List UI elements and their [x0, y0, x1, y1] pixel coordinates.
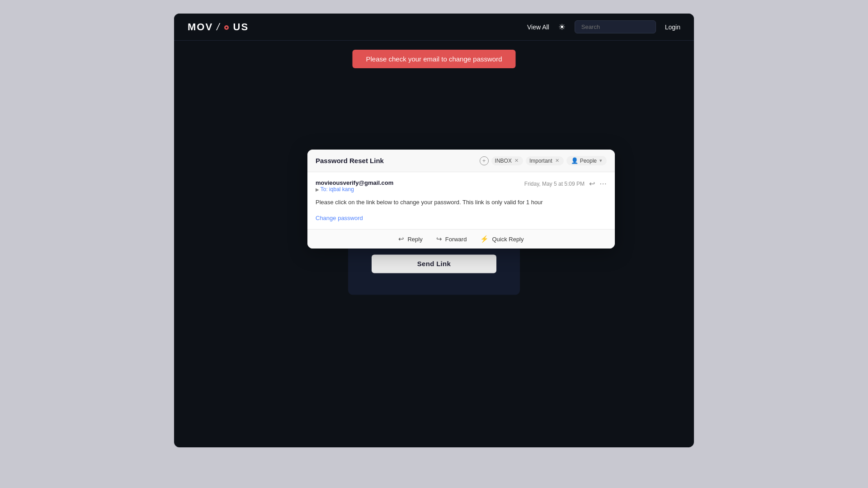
add-tag-button[interactable]: +: [480, 156, 489, 165]
reply-button[interactable]: ↩ Reply: [398, 235, 422, 243]
more-options-icon[interactable]: ⋯: [599, 179, 607, 188]
quick-reply-label: Quick Reply: [492, 236, 524, 243]
email-sender-block: movieousverify@gmail.com To: iqbal kang: [316, 179, 393, 192]
email-to[interactable]: To: iqbal kang: [316, 186, 393, 192]
app-window: MOV / US View All ☀ Login Please check y…: [174, 14, 694, 447]
quick-reply-button[interactable]: ⚡ Quick Reply: [480, 235, 524, 243]
alert-banner: Please check your email to change passwo…: [353, 50, 516, 68]
people-tag[interactable]: 👤 People ▾: [566, 156, 607, 165]
change-password-link[interactable]: Change password: [316, 215, 363, 221]
inbox-tag-close-icon[interactable]: ✕: [514, 158, 519, 164]
people-icon: 👤: [571, 157, 578, 164]
quick-reply-icon: ⚡: [480, 235, 489, 243]
logo-dot-icon: [224, 25, 229, 30]
email-popup: Password Reset Link + INBOX ✕ Important …: [307, 150, 615, 249]
popup-header: Password Reset Link + INBOX ✕ Important …: [307, 150, 615, 172]
people-chevron-icon: ▾: [599, 158, 602, 164]
inbox-tag[interactable]: INBOX ✕: [491, 156, 523, 165]
email-action-group: Friday, May 5 at 5:09 PM ↩ ⋯: [524, 179, 607, 188]
popup-footer: ↩ Reply ↪ Forward ⚡ Quick Reply: [307, 229, 615, 249]
app-logo: MOV / US: [188, 21, 249, 33]
email-from: movieousverify@gmail.com: [316, 179, 393, 186]
navbar: MOV / US View All ☀ Login: [174, 14, 694, 41]
people-tag-label: People: [580, 158, 597, 164]
nav-right: View All ☀ Login: [527, 20, 680, 33]
search-input[interactable]: [575, 20, 656, 33]
popup-tags: + INBOX ✕ Important ✕ 👤 People ▾: [480, 156, 607, 165]
reply-icon: ↩: [398, 235, 404, 243]
forward-label: Forward: [445, 236, 467, 243]
forward-icon: ↪: [436, 235, 442, 243]
important-tag[interactable]: Important ✕: [526, 156, 564, 165]
email-date: Friday, May 5 at 5:09 PM: [524, 181, 585, 187]
page-background: MOV / US View All ☀ Login Please check y…: [0, 0, 868, 488]
reply-label: Reply: [407, 236, 422, 243]
send-link-button[interactable]: Send Link: [372, 254, 496, 273]
email-meta: movieousverify@gmail.com To: iqbal kang …: [316, 179, 607, 192]
forward-button[interactable]: ↪ Forward: [436, 235, 467, 243]
email-body-text: Please click on the link below to change…: [316, 198, 607, 207]
theme-toggle-icon[interactable]: ☀: [558, 22, 566, 32]
inbox-tag-label: INBOX: [495, 158, 512, 164]
view-all-link[interactable]: View All: [527, 23, 549, 31]
popup-title: Password Reset Link: [316, 157, 384, 164]
important-tag-label: Important: [529, 158, 552, 164]
login-link[interactable]: Login: [665, 23, 680, 31]
popup-body: movieousverify@gmail.com To: iqbal kang …: [307, 172, 615, 229]
important-tag-close-icon[interactable]: ✕: [555, 158, 559, 164]
reply-arrow-icon[interactable]: ↩: [589, 179, 595, 188]
